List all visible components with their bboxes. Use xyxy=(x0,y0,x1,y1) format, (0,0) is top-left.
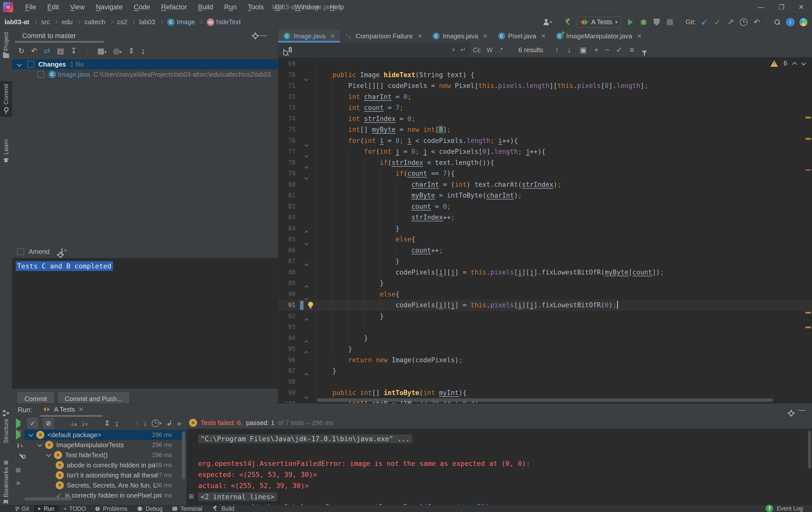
next-failed-icon[interactable]: ↓ xyxy=(143,420,147,427)
test-tree-row[interactable]: ✕ImageManipulatorTests296 ms xyxy=(24,440,185,450)
next-warning-icon[interactable] xyxy=(801,60,806,65)
select-all-occurrences-icon[interactable]: ✓ xyxy=(616,46,622,54)
unshelve-icon[interactable]: ↧ xyxy=(70,47,77,55)
clear-search-icon[interactable]: × xyxy=(452,46,455,54)
test-console[interactable]: ⊞ "C:\Program Files\Java\jdk-17.0.1\bin\… xyxy=(186,429,812,505)
group-by-icon[interactable]: ▦▾ xyxy=(97,47,106,55)
code-text[interactable]: charInt = (int) text.charAt(strIndex); xyxy=(317,179,561,190)
code-editor[interactable]: 6970 public Image hideText(String text) … xyxy=(278,57,812,403)
code-line[interactable]: 72 int charInt = 0; xyxy=(278,91,812,103)
code-line[interactable]: 69 xyxy=(278,58,812,69)
menu-item-tools[interactable]: Tools xyxy=(248,3,264,11)
code-line[interactable]: 96 return new Image(codePixels); xyxy=(278,355,812,366)
code-line[interactable]: 75 int[] myByte = new int[8]; xyxy=(278,124,812,135)
code-line[interactable]: 94 } xyxy=(278,333,812,344)
expand-all-icon[interactable]: ⇕ xyxy=(128,47,135,55)
tab-images-java[interactable]: CImages.java✕ xyxy=(428,29,493,42)
code-line[interactable]: 92 } xyxy=(278,311,812,322)
run-button[interactable] xyxy=(624,17,637,28)
debug-button[interactable] xyxy=(637,17,650,28)
test-tree-row[interactable]: ✕abcde is correctly hidden in pu189 ms xyxy=(24,460,185,470)
inspection-widget[interactable]: 6 xyxy=(771,59,806,67)
menu-item-view[interactable]: View xyxy=(70,3,85,11)
rerun-icon[interactable] xyxy=(16,421,21,426)
file-checkbox[interactable] xyxy=(37,71,45,78)
code-text[interactable]: } xyxy=(317,366,336,377)
words-toggle[interactable]: W xyxy=(487,47,493,54)
suspend-icon[interactable] xyxy=(16,468,21,473)
code-line[interactable]: 86 count++; xyxy=(278,245,812,256)
changes-checkbox[interactable] xyxy=(27,61,34,68)
sidebar-item-bookmarks[interactable]: Bookmarks xyxy=(0,458,12,509)
code-text[interactable]: public Image hideText(String text) { xyxy=(317,69,474,81)
maximize-icon[interactable]: ❐ xyxy=(779,3,784,11)
breadcrumb-item[interactable]: lab03 xyxy=(139,18,155,26)
code-text[interactable]: } xyxy=(317,223,400,234)
amend-checkbox[interactable] xyxy=(17,248,24,255)
code-line[interactable]: 78 if(strIndex < text.length()){ xyxy=(278,157,812,168)
code-text[interactable]: } xyxy=(317,333,368,344)
stop-button[interactable] xyxy=(663,17,676,28)
code-line[interactable]: 84 } xyxy=(278,223,812,234)
run-tab[interactable]: A Tests ✕ xyxy=(40,404,86,415)
statusbar-item-problems[interactable]: Problems xyxy=(90,505,132,512)
menu-item-navigate[interactable]: Navigate xyxy=(96,3,123,11)
code-text[interactable]: else{ xyxy=(317,234,415,245)
code-line[interactable]: 98 xyxy=(278,377,812,388)
menu-item-run[interactable]: Run xyxy=(224,3,237,11)
code-line[interactable]: 76 for(int i = 0; i < codePixels.length;… xyxy=(278,135,812,146)
run-configuration-select[interactable]: A Tests ▾ xyxy=(577,17,621,28)
code-line[interactable]: 71 Pixel[][] codePixels = new Pixel[this… xyxy=(278,80,812,91)
code-text[interactable]: return new Image(codePixels); xyxy=(317,355,463,366)
code-text[interactable]: for(int i = 0; i < codePixels.length; i+… xyxy=(317,135,518,146)
code-text[interactable]: int strIndex = 0; xyxy=(317,113,415,124)
code-text[interactable]: int count = 7; xyxy=(317,102,403,113)
code-text[interactable]: } xyxy=(317,311,384,322)
git-push-icon[interactable]: ↗ xyxy=(724,17,737,28)
changes-group-row[interactable]: Changes 1 file xyxy=(12,59,278,69)
test-tree-row[interactable]: ✕Test hideText()296 ms xyxy=(24,450,185,460)
expand-all-icon[interactable]: ⇕ xyxy=(104,420,110,427)
code-line[interactable]: 80 charInt = (int) text.charAt(strIndex)… xyxy=(278,179,812,190)
code-text[interactable]: count++; xyxy=(317,245,443,256)
code-text[interactable]: public int[] intToByte(int myInt){ xyxy=(317,388,467,399)
code-text[interactable]: Pixel[][] codePixels = new Pixel[this.pi… xyxy=(317,80,648,91)
code-text[interactable]: for(int j = 0; j < codePixels[0].length;… xyxy=(317,146,546,157)
statusbar-item-debug[interactable]: Debug xyxy=(132,505,167,512)
shelve-silently-icon[interactable]: ⇄ xyxy=(44,47,50,55)
code-text[interactable]: codePixels[i][j] = this.pixels[i][j].fix… xyxy=(317,267,664,278)
git-history-icon[interactable] xyxy=(737,17,750,28)
breadcrumb-item[interactable]: caltech xyxy=(84,18,105,26)
fold-expand-icon[interactable]: ⊞ xyxy=(188,492,194,500)
regex-toggle[interactable]: .* xyxy=(499,47,503,54)
remove-selection-icon[interactable]: − xyxy=(605,46,610,54)
code-text[interactable]: if(count == 7){ xyxy=(317,168,455,179)
changelist-icon[interactable]: ▤ xyxy=(57,47,64,55)
code-line[interactable]: 89 } xyxy=(278,278,812,289)
newline-icon[interactable]: ↵ xyxy=(460,46,466,54)
collapse-all-icon[interactable]: ↨ xyxy=(141,47,145,55)
breadcrumb-item-class[interactable]: CImage xyxy=(167,18,195,26)
sidebar-item-project[interactable]: Project xyxy=(0,29,12,60)
chevron-down-icon[interactable] xyxy=(46,452,51,457)
git-rollback-icon[interactable]: ↶ xyxy=(750,17,763,28)
code-line[interactable]: 97 } xyxy=(278,366,812,377)
tab-image-java[interactable]: CImage.java✕ xyxy=(278,29,340,42)
breadcrumb-item[interactable]: lab03-at xyxy=(4,18,29,26)
error-stripe-mark[interactable] xyxy=(806,312,811,314)
previous-failed-icon[interactable]: ↑ xyxy=(135,420,139,427)
error-stripe-mark[interactable] xyxy=(806,138,811,140)
tree-horizontal-scrollbar[interactable] xyxy=(24,497,72,501)
coverage-button[interactable] xyxy=(650,17,663,28)
statusbar-item-terminal[interactable]: Terminal xyxy=(167,505,207,512)
changed-file-row[interactable]: C Image.java C:\Users\navya\IdeaProjects… xyxy=(12,69,278,79)
close-icon[interactable]: ✕ xyxy=(483,32,488,39)
prev-warning-icon[interactable] xyxy=(792,62,797,67)
test-tree-row[interactable]: ✕Isn't it astonishing that all these27 m… xyxy=(24,470,185,480)
close-icon[interactable]: ✕ xyxy=(637,32,642,39)
intention-bulb-icon[interactable] xyxy=(308,302,313,307)
commit-message-editor[interactable]: Tests C and B completed xyxy=(12,258,278,389)
menu-item-refactor[interactable]: Refactor xyxy=(161,3,187,11)
code-text[interactable]: } xyxy=(317,344,352,355)
code-text[interactable]: else{ xyxy=(317,289,400,300)
